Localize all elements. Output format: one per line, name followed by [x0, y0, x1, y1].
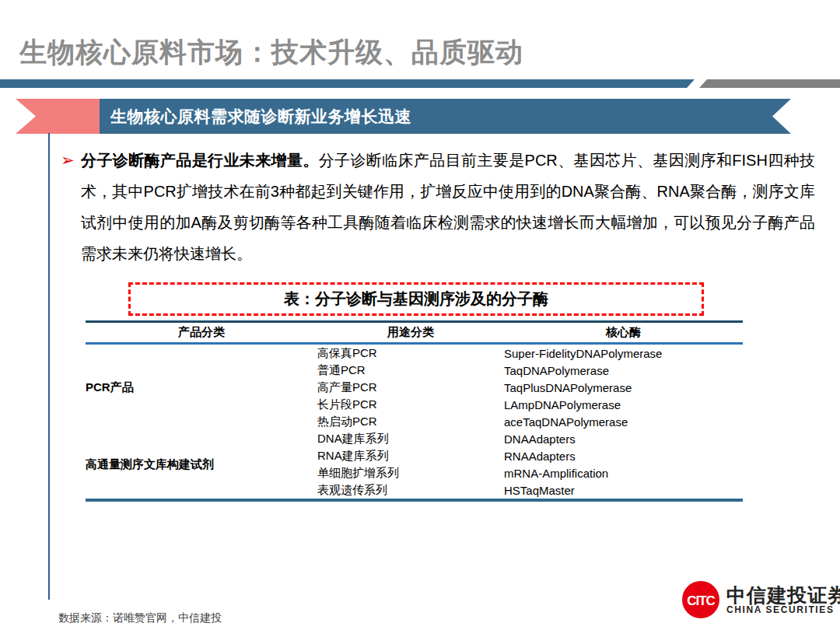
table-category-cell: PCR产品 — [86, 344, 317, 431]
logo-name-cn: 中信建投证券 — [726, 585, 840, 605]
title-divider-bar-blue — [0, 79, 695, 88]
banner-ribbon-red — [16, 99, 103, 134]
table-row: PCR产品高保真PCRSuper-FidelityDNAPolymerase — [86, 344, 743, 362]
data-source-note: 数据来源：诺唯赞官网，中信建投 — [58, 611, 222, 625]
citic-emblem-icon: CITC — [681, 580, 720, 619]
table-enzyme-cell: TaqDNAPolymerase — [504, 362, 743, 379]
page-title: 生物核心原料市场：技术升级、品质驱动 — [19, 34, 523, 71]
table-usage-cell: 高保真PCR — [317, 344, 504, 362]
table-usage-cell: 长片段PCR — [317, 396, 504, 413]
table-enzyme-cell: LAmpDNAPolymerase — [504, 396, 743, 413]
table-caption: 表：分子诊断与基因测序涉及的分子酶 — [284, 289, 548, 310]
header-core-enzyme: 核心酶 — [504, 322, 743, 344]
table-header-row: 产品分类 用途分类 核心酶 — [86, 322, 743, 344]
table-enzyme-cell: HSTaqMaster — [504, 481, 743, 500]
table-enzyme-cell: Super-FidelityDNAPolymerase — [504, 344, 743, 362]
header-usage-category: 用途分类 — [317, 322, 504, 344]
table-enzyme-cell: aceTaqDNAPolymerase — [504, 413, 743, 430]
section-banner-label: 生物核心原料需求随诊断新业务增长迅速 — [100, 106, 411, 128]
header-product-category: 产品分类 — [86, 322, 317, 344]
table-category-cell: 高通量测序文库构建试剂 — [86, 430, 317, 500]
section-banner: 生物核心原料需求随诊断新业务增长迅速 — [100, 99, 791, 134]
table-row: 高通量测序文库构建试剂DNA建库系列DNAAdapters — [86, 430, 743, 447]
table-usage-cell: 表观遗传系列 — [317, 481, 504, 500]
table-usage-cell: 热启动PCR — [317, 413, 504, 430]
arrow-bullet-icon: ➢ — [61, 145, 81, 269]
svg-text:CITC: CITC — [687, 593, 715, 608]
table-usage-cell: 普通PCR — [317, 362, 504, 379]
presentation-slide: 生物核心原料市场：技术升级、品质驱动 生物核心原料需求随诊断新业务增长迅速 ➢ … — [0, 0, 840, 630]
paragraph-text: 分子诊断酶产品是行业未来增量。分子诊断临床产品目前主要是PCR、基因芯片、基因测… — [81, 145, 815, 269]
table-usage-cell: 单细胞扩增系列 — [317, 464, 504, 481]
table-enzyme-cell: mRNA-Amplification — [504, 464, 743, 481]
table-caption-box: 表：分子诊断与基因测序涉及的分子酶 — [128, 282, 704, 316]
logo-name-en: CHINA SECURITIES — [726, 605, 840, 615]
enzyme-table: 产品分类 用途分类 核心酶 PCR产品高保真PCRSuper-FidelityD… — [86, 320, 743, 502]
bullet-paragraph: ➢ 分子诊断酶产品是行业未来增量。分子诊断临床产品目前主要是PCR、基因芯片、基… — [61, 145, 815, 269]
table-enzyme-cell: RNAAdapters — [504, 447, 743, 464]
title-divider-bar-gray — [699, 79, 840, 88]
table-usage-cell: 高产量PCR — [317, 379, 504, 396]
table-enzyme-cell: TaqPlusDNAPolymerase — [504, 379, 743, 396]
table-usage-cell: RNA建库系列 — [317, 447, 504, 464]
left-vertical-rule — [48, 133, 50, 600]
company-logo: CITC 中信建投证券 CHINA SECURITIES — [681, 580, 840, 619]
paragraph-lead: 分子诊断酶产品是行业未来增量。 — [81, 152, 319, 169]
enzyme-table-wrap: 产品分类 用途分类 核心酶 PCR产品高保真PCRSuper-FidelityD… — [86, 320, 743, 502]
table-usage-cell: DNA建库系列 — [317, 430, 504, 447]
logo-names: 中信建投证券 CHINA SECURITIES — [726, 585, 840, 615]
table-enzyme-cell: DNAAdapters — [504, 430, 743, 447]
